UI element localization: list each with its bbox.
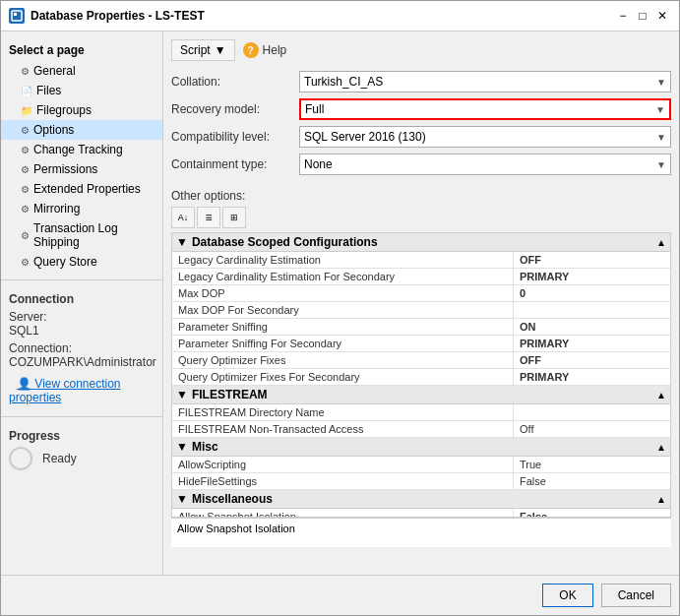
section-name: FILESTREAM	[192, 388, 268, 401]
connection-section: Connection Server: SQL1 Connection: COZU…	[1, 288, 162, 373]
filegroups-icon: 📁	[21, 105, 32, 116]
toolbar: Script ▼ ? Help	[171, 39, 671, 61]
grid-value-cell: OFF	[513, 252, 670, 268]
svg-rect-1	[14, 13, 17, 16]
containment-dropdown[interactable]: None ▼	[299, 154, 671, 175]
grid-key-cell: Legacy Cardinality Estimation	[172, 252, 513, 268]
compatibility-level-row: Compatibility level: SQL Server 2016 (13…	[171, 126, 671, 148]
grid-section-header[interactable]: ▼FILESTREAM▲	[172, 386, 670, 404]
collation-arrow-icon: ▼	[656, 77, 666, 88]
sidebar-item-label: Permissions	[33, 162, 97, 176]
grid-value-cell: True	[513, 457, 670, 472]
connection-icon: 👤	[17, 377, 31, 391]
grid-value-cell	[513, 302, 670, 318]
recovery-model-dropdown[interactable]: Full ▼	[299, 98, 671, 120]
collation-row: Collation: Turkish_CI_AS ▼	[171, 71, 671, 92]
cancel-button[interactable]: Cancel	[601, 584, 671, 607]
chevron-down-icon: ▼	[176, 440, 188, 454]
table-row[interactable]: Max DOP For Secondary	[172, 302, 670, 319]
help-icon: ?	[243, 42, 259, 58]
sidebar-item-transaction-log-shipping[interactable]: ⚙ Transaction Log Shipping	[1, 218, 162, 252]
sidebar-item-files[interactable]: 📄 Files	[1, 81, 162, 100]
recovery-model-label: Recovery model:	[171, 102, 299, 116]
main-content: Select a page ⚙ General 📄 Files 📁 Filegr…	[1, 31, 679, 575]
sidebar-item-options[interactable]: ⚙ Options	[1, 120, 162, 140]
maximize-button[interactable]: □	[634, 7, 651, 25]
table-row[interactable]: Max DOP0	[172, 285, 670, 302]
table-row[interactable]: Legacy Cardinality Estimation For Second…	[172, 269, 670, 285]
close-button[interactable]: ✕	[653, 7, 671, 25]
compatibility-label: Compatibility level:	[171, 130, 299, 144]
expand-button[interactable]: ⊞	[222, 207, 246, 228]
grid-value-cell: False	[513, 509, 670, 518]
grid-section-header[interactable]: ▼Database Scoped Configurations▲	[172, 233, 670, 252]
sort-icon: ▲	[656, 494, 666, 505]
sidebar-item-label: Change Tracking	[33, 143, 123, 156]
table-row[interactable]: HideFileSettingsFalse	[172, 473, 670, 490]
section-name: Misc	[192, 440, 218, 454]
sidebar-divider-2	[1, 416, 162, 417]
script-button[interactable]: Script ▼	[171, 39, 235, 61]
sidebar-item-label: Query Store	[33, 255, 97, 269]
table-row[interactable]: Query Optimizer Fixes For SecondaryPRIMA…	[172, 369, 670, 386]
grid-value-cell	[513, 404, 670, 420]
grid-value-cell: PRIMARY	[513, 336, 670, 351]
options-grid[interactable]: ▼Database Scoped Configurations▲Legacy C…	[171, 232, 671, 518]
sidebar-item-label: Files	[36, 84, 61, 97]
sidebar-item-label: Transaction Log Shipping	[33, 221, 155, 249]
recovery-model-arrow-icon: ▼	[655, 104, 665, 115]
progress-title: Progress	[9, 429, 155, 443]
other-options-label: Other options:	[171, 189, 671, 203]
sort-icon: ▲	[656, 390, 666, 400]
permissions-icon: ⚙	[21, 164, 30, 175]
grid-key-cell: Allow Snapshot Isolation	[172, 509, 513, 518]
sidebar-item-change-tracking[interactable]: ⚙ Change Tracking	[1, 140, 162, 159]
table-row[interactable]: AllowScriptingTrue	[172, 457, 670, 473]
window-title: Database Properties - LS-TEST	[31, 9, 608, 23]
grid-key-cell: Parameter Sniffing For Secondary	[172, 336, 513, 351]
table-row[interactable]: Allow Snapshot IsolationFalse	[172, 509, 670, 518]
minimize-button[interactable]: −	[614, 7, 632, 25]
selected-info: Allow Snapshot Isolation	[171, 518, 671, 547]
expand-icon: ⊞	[230, 213, 238, 222]
collation-value: Turkish_CI_AS	[304, 75, 383, 89]
containment-value: None	[304, 157, 333, 171]
compatibility-dropdown[interactable]: SQL Server 2016 (130) ▼	[299, 126, 671, 148]
form-section: Collation: Turkish_CI_AS ▼ Recovery mode…	[171, 71, 671, 181]
grid-section-header[interactable]: ▼Misc▲	[172, 438, 670, 457]
table-row[interactable]: Parameter SniffingON	[172, 319, 670, 336]
sidebar-item-query-store[interactable]: ⚙ Query Store	[1, 252, 162, 272]
table-row[interactable]: FILESTREAM Directory Name	[172, 404, 670, 421]
help-button[interactable]: ? Help	[243, 42, 287, 58]
table-row[interactable]: Legacy Cardinality EstimationOFF	[172, 252, 670, 269]
sidebar-item-general[interactable]: ⚙ General	[1, 61, 162, 81]
sidebar-divider-1	[1, 279, 162, 280]
section-name: Database Scoped Configurations	[192, 235, 378, 249]
sidebar-item-extended-properties[interactable]: ⚙ Extended Properties	[1, 179, 162, 199]
server-label: Server:	[9, 310, 155, 324]
view-connection-link[interactable]: 👤 View connection properties	[9, 375, 121, 406]
grid-key-cell: HideFileSettings	[172, 473, 513, 489]
grid-section-header[interactable]: ▼Miscellaneous▲	[172, 490, 670, 509]
table-row[interactable]: FILESTREAM Non-Transacted AccessOff	[172, 421, 670, 438]
sidebar-item-label: Mirroring	[33, 202, 80, 216]
options-icon: ⚙	[21, 125, 30, 136]
table-row[interactable]: Query Optimizer FixesOFF	[172, 352, 670, 369]
collation-dropdown[interactable]: Turkish_CI_AS ▼	[299, 71, 671, 92]
grid-key-cell: Parameter Sniffing	[172, 319, 513, 335]
progress-section: Progress Ready	[1, 425, 162, 474]
grid-value-cell: PRIMARY	[513, 369, 670, 385]
mirroring-icon: ⚙	[21, 204, 30, 215]
table-row[interactable]: Parameter Sniffing For SecondaryPRIMARY	[172, 336, 670, 352]
sidebar-item-label: General	[33, 64, 76, 78]
sidebar-item-filegroups[interactable]: 📁 Filegroups	[1, 100, 162, 120]
sidebar-item-mirroring[interactable]: ⚙ Mirroring	[1, 199, 162, 218]
sidebar-item-permissions[interactable]: ⚙ Permissions	[1, 159, 162, 179]
ok-button[interactable]: OK	[542, 584, 592, 607]
connection-label: Connection:	[9, 341, 155, 355]
sort-icon: ▲	[656, 237, 666, 248]
chevron-down-icon: ▼	[176, 492, 188, 506]
grid-value-cell: False	[513, 473, 670, 489]
categorize-button[interactable]: ≡	[197, 207, 220, 228]
sort-az-button[interactable]: A↓	[171, 207, 195, 228]
